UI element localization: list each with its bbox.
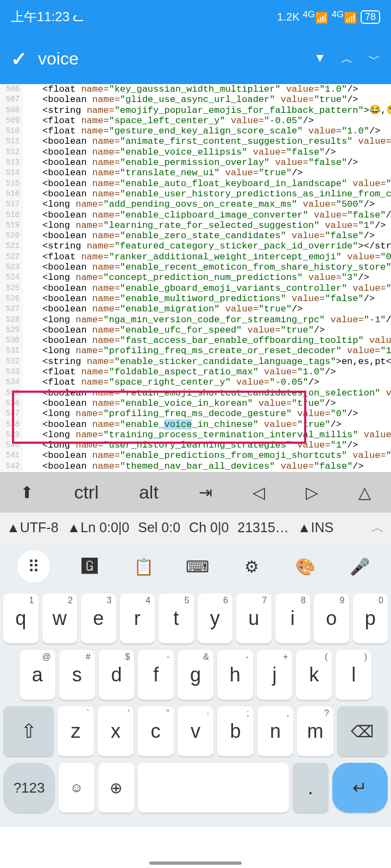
palette-icon[interactable]: 🎨 [292,552,320,580]
shift-key[interactable]: ⇧ [3,706,54,756]
key-w[interactable]: w2 [42,593,78,643]
code-line[interactable]: 516<boolean name="enable_user_history_pr… [0,189,391,199]
key-i[interactable]: i8 [275,593,311,643]
prev-match-icon[interactable]: ︿ [341,51,353,67]
code-line[interactable]: 521<string name="featured_category_stick… [0,241,391,251]
code-line[interactable]: 532<string name="enable_sticker_candidat… [0,356,391,367]
code-line[interactable]: 537<long name="profiling_freq_ms_decode_… [0,409,391,419]
settings-icon[interactable]: ⚙ [237,552,266,580]
enter-key[interactable]: ↵ [332,763,388,813]
code-line[interactable]: 512<boolean name="enable_voice_ellipsis"… [0,147,391,157]
search-input[interactable] [38,49,303,69]
code-line[interactable]: 536<boolean name="enable_voice_in_korean… [0,398,391,409]
key-v[interactable]: v· [178,706,214,756]
code-line[interactable]: 541<boolean name="enable_predictions_fro… [0,450,391,461]
key-e[interactable]: e3 [81,593,116,643]
key-k[interactable]: k( [296,650,332,700]
code-line[interactable]: 506<float name="key_gaussian_width_multi… [0,84,391,94]
cat-icon: ᓚ [73,9,84,24]
key-h[interactable]: h- [217,650,253,700]
collapse-icon[interactable]: ︿ [371,519,384,537]
language-key[interactable]: ⊕ [98,763,134,813]
tab-icon[interactable]: ⇥ [199,483,212,502]
battery-level: 78 [361,10,380,24]
code-line[interactable]: 508<string name="emojify_popular_emojis_… [0,105,391,116]
key-p[interactable]: p0 [353,593,388,643]
key-m[interactable]: m? [297,706,333,756]
key-r[interactable]: r4 [120,593,155,643]
code-line[interactable]: 520<boolean name="enable_zero_state_cand… [0,231,391,241]
code-line[interactable]: 511<boolean name="animate_first_content_… [0,136,391,146]
emoji-key[interactable]: ☺ [59,763,94,813]
key-x[interactable]: x' [98,706,134,756]
code-line[interactable]: 530<boolean name="fast_access_bar_enable… [0,335,391,346]
code-line[interactable]: 515<boolean name="enable_auto_float_keyb… [0,178,391,189]
key-b[interactable]: b; [217,706,254,756]
code-line[interactable]: 540<long name="user_history_learning_str… [0,440,391,450]
key-s[interactable]: s# [59,650,95,700]
space-key[interactable] [138,763,289,813]
code-line[interactable]: 507<boolean name="glide_use_async_url_lo… [0,94,391,105]
code-line[interactable]: 526<boolean name="enable_multiword_predi… [0,293,391,304]
code-line[interactable]: 509<float name="space_left_center_y" val… [0,116,391,126]
code-line[interactable]: 529<boolean name="enable_ufc_for_speed" … [0,325,391,335]
code-line[interactable]: 513<boolean name="enable_permission_over… [0,157,391,168]
key-l[interactable]: l) [336,650,371,700]
code-line[interactable]: 524<long name="concept_prediction_num_pr… [0,272,391,283]
key-n[interactable]: n, [257,706,294,756]
insert-mode[interactable]: ▲INS [298,520,333,535]
key-u[interactable]: u7 [236,593,272,643]
line-pos[interactable]: ▲Ln 0:0|0 [67,520,130,535]
home-indicator[interactable] [149,861,242,865]
key-j[interactable]: j+ [257,650,293,700]
confirm-icon[interactable]: ✓ [11,48,27,71]
period-key[interactable]: . [293,763,329,813]
code-line[interactable]: 525<boolean name="enable_gboard_emoji_va… [0,283,391,293]
mic-icon[interactable]: 🎤 [345,552,374,580]
key-a[interactable]: a@ [20,650,55,700]
keyboard-icon[interactable]: ⌨ [184,552,212,580]
backspace-key[interactable]: ⌫ [337,706,388,756]
cursor-left-icon[interactable]: ◁ [253,483,265,502]
key-g[interactable]: g& [178,650,213,700]
apps-icon[interactable]: ⠿ [17,550,50,583]
encoding[interactable]: ▲UTF-8 [7,520,59,535]
key-y[interactable]: y6 [198,593,233,643]
key-d[interactable]: d$ [99,650,135,700]
next-match-icon[interactable]: ﹀ [368,51,380,67]
alt-key[interactable]: alt [139,482,159,503]
code-line[interactable]: 518<boolean name="enable_clipboard_image… [0,210,391,220]
code-line[interactable]: 542<boolean name="themed_nav_bar_all_dev… [0,461,391,471]
code-line[interactable]: 519<long name="learning_rate_for_selecte… [0,220,391,231]
key-z[interactable]: z` [58,706,94,756]
key-f[interactable]: f- [138,650,174,700]
shift-up-icon[interactable]: ⬆ [20,483,34,502]
key-c[interactable]: c" [137,706,174,756]
cursor-right-icon[interactable]: ▷ [306,483,318,502]
code-line[interactable]: 538<boolean name="enable_voice_in_chines… [0,419,391,430]
selection: Sel 0:0 [138,520,180,535]
ctrl-key[interactable]: ctrl [74,482,98,503]
code-line[interactable]: 534<float name="space_right_center_y" va… [0,377,391,387]
file-size: 21315… [237,520,289,535]
code-line[interactable]: 531<long name="profiling_freq_ms_create_… [0,346,391,356]
code-line[interactable]: 527<boolean name="enable_migration" valu… [0,304,391,314]
code-line[interactable]: 523<boolean name="enable_recent_emoticon… [0,262,391,272]
code-line[interactable]: 517<long name="add_pending_oovs_on_creat… [0,199,391,209]
key-t[interactable]: t5 [159,593,194,643]
code-line[interactable]: 522<float name="ranker_additional_weight… [0,252,391,262]
clipboard-icon[interactable]: 📋 [130,552,158,580]
translate-icon[interactable]: 🅶 [75,552,104,580]
triangle-icon[interactable]: △ [358,483,371,502]
code-line[interactable]: 514<boolean name="translate_new_ui" valu… [0,168,391,178]
key-q[interactable]: q1 [3,593,39,643]
code-line[interactable]: 533<float name="foldable_aspect_ratio_ma… [0,367,391,377]
key-o[interactable]: o9 [314,593,349,643]
dropdown-icon[interactable]: ▼ [314,51,326,67]
symbols-key[interactable]: ?123 [3,763,55,813]
code-line[interactable]: 539<long name="training_process_terminat… [0,430,391,440]
code-line[interactable]: 510<float name="gesture_end_key_align_sc… [0,126,391,136]
code-editor[interactable]: 506<float name="key_gaussian_width_multi… [0,84,391,472]
code-line[interactable]: 535<boolean name="retain_emoji_shortcut_… [0,388,391,398]
code-line[interactable]: 528<long name="nga_min_version_code_for_… [0,315,391,325]
